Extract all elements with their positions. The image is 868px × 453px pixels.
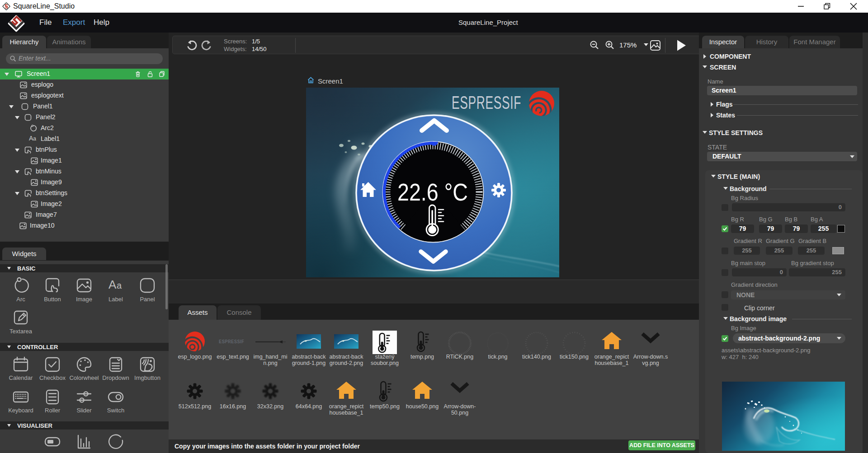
svg-text:A: A <box>108 278 117 291</box>
svg-text:ESPRESSIF: ESPRESSIF <box>452 92 521 112</box>
svg-text:22.6 °C: 22.6 °C <box>397 179 468 205</box>
svg-text:a: a <box>117 280 122 290</box>
svg-text:ESPRESSIF: ESPRESSIF <box>219 339 244 344</box>
